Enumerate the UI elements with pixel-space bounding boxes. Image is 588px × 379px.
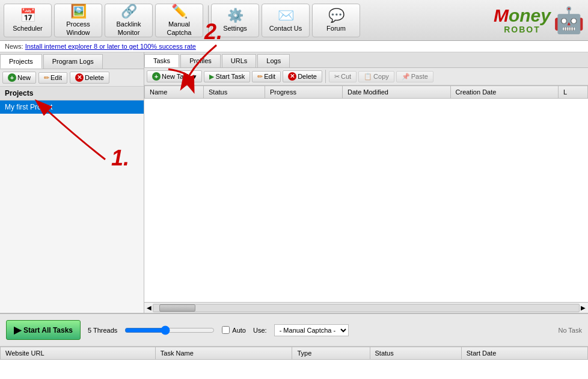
delete-task-button[interactable]: ✕ Delete xyxy=(283,70,322,82)
edit-task-button[interactable]: ✏ Edit xyxy=(252,71,281,82)
col-name: Name xyxy=(145,86,204,99)
tab-urls[interactable]: URLs xyxy=(222,54,257,67)
backlink-monitor-icon: 🔗 xyxy=(121,4,137,19)
project-list: My first Project xyxy=(0,100,144,313)
col-status: Status xyxy=(204,86,265,99)
start-all-tasks-button[interactable]: ▶ Start All Tasks xyxy=(6,320,81,340)
manual-captcha-label: ManualCaptcha xyxy=(167,20,192,36)
new-project-button[interactable]: + New xyxy=(2,72,36,84)
scheduler-label: Scheduler xyxy=(13,25,43,32)
contact-us-label: Contact Us xyxy=(269,25,302,32)
bottom-table: Website URL Task Name Type Status Start … xyxy=(0,347,588,360)
main-area: Projects Program Logs + New ✏ Edit ✕ Del… xyxy=(0,52,588,313)
scheduler-icon: 📅 xyxy=(20,8,36,23)
news-bar: News: Install internet explorer 8 or lat… xyxy=(0,41,588,52)
logo-robot: ROBOT xyxy=(494,25,551,34)
process-window-icon: 🖼️ xyxy=(70,4,87,19)
scroll-left-arrow[interactable]: ◀ xyxy=(145,304,153,311)
new-task-icon: + xyxy=(152,72,161,81)
copy-button[interactable]: 📋 Copy xyxy=(358,71,394,82)
edit-project-button[interactable]: ✏ Edit xyxy=(38,72,67,84)
bottom-table-area[interactable]: Website URL Task Name Type Status Start … xyxy=(0,346,588,379)
bottom-col-website-url: Website URL xyxy=(1,347,156,360)
auto-checkbox-container: Auto xyxy=(222,326,246,334)
paste-icon: 📌 xyxy=(402,73,410,81)
news-prefix: News: xyxy=(5,43,23,50)
threads-slider-container xyxy=(124,325,215,335)
project-toolbar: + New ✏ Edit ✕ Delete xyxy=(0,69,144,87)
threads-slider[interactable] xyxy=(124,325,215,335)
forum-button[interactable]: 💬 Forum xyxy=(312,4,360,37)
delete-task-icon: ✕ xyxy=(288,72,296,81)
task-toolbar: + New Task ▶ Start Task ✏ Edit ✕ Delete xyxy=(144,68,588,85)
contact-us-icon: ✉️ xyxy=(278,8,294,23)
manual-captcha-icon: ✏️ xyxy=(171,4,188,19)
settings-label: Settings xyxy=(223,25,247,32)
use-label: Use: xyxy=(253,327,267,334)
settings-button[interactable]: ⚙️ Settings xyxy=(211,4,259,37)
contact-us-button[interactable]: ✉️ Contact Us xyxy=(262,4,310,37)
scroll-right-arrow[interactable]: ▶ xyxy=(580,304,587,311)
horizontal-scrollbar[interactable] xyxy=(153,304,580,312)
bottom-col-start-date: Start Date xyxy=(461,347,587,360)
paste-button[interactable]: 📌 Paste xyxy=(396,71,433,82)
project-item[interactable]: My first Project xyxy=(0,100,144,114)
no-task-label: No Task xyxy=(558,327,582,334)
logo: Money ROBOT xyxy=(494,7,551,34)
logo-money: Money xyxy=(494,7,551,25)
tab-profiles[interactable]: Profiles xyxy=(180,54,221,67)
bottom-col-status: Status xyxy=(370,347,461,360)
delete-project-button[interactable]: ✕ Delete xyxy=(70,72,109,84)
task-table-container[interactable]: Name Status Progress Date Modified Creat… xyxy=(144,85,588,302)
forum-label: Forum xyxy=(326,25,346,32)
toolbar: 📅 Scheduler 🖼️ ProcessWindow 🔗 BacklinkM… xyxy=(0,0,588,41)
start-all-icon: ▶ xyxy=(14,324,21,336)
edit-task-icon: ✏ xyxy=(257,73,263,81)
right-tab-bar: Tasks Profiles URLs Logs xyxy=(144,52,588,68)
backlink-monitor-button[interactable]: 🔗 BacklinkMonitor xyxy=(105,4,153,37)
start-task-icon: ▶ xyxy=(209,73,214,81)
scrollbar-thumb[interactable] xyxy=(159,304,195,312)
cut-icon: ✂ xyxy=(334,73,340,81)
captcha-select[interactable]: - Manual Captcha - xyxy=(274,324,349,336)
col-creation-date: Creation Date xyxy=(450,86,559,99)
projects-section-label: Projects xyxy=(0,87,144,100)
tab-program-logs[interactable]: Program Logs xyxy=(43,54,103,69)
col-l: L xyxy=(559,86,588,99)
robot-avatar: 🤖 xyxy=(553,5,584,35)
scheduler-button[interactable]: 📅 Scheduler xyxy=(4,4,52,37)
horizontal-scrollbar-area: ◀ ▶ xyxy=(144,302,588,313)
bottom-controls: ▶ Start All Tasks 5 Threads Auto Use: - … xyxy=(0,313,588,346)
task-table: Name Status Progress Date Modified Creat… xyxy=(144,85,588,99)
threads-label: 5 Threads xyxy=(88,327,117,334)
bottom-col-type: Type xyxy=(292,347,370,360)
process-window-label: ProcessWindow xyxy=(66,20,90,36)
settings-icon: ⚙️ xyxy=(227,8,243,23)
tab-projects[interactable]: Projects xyxy=(0,54,42,69)
right-panel: Tasks Profiles URLs Logs + New Task xyxy=(144,52,588,313)
forum-icon: 💬 xyxy=(328,8,345,23)
bottom-col-task-name: Task Name xyxy=(155,347,292,360)
new-task-button[interactable]: + New Task xyxy=(147,70,202,82)
start-task-button[interactable]: ▶ Start Task xyxy=(204,71,250,82)
copy-icon: 📋 xyxy=(364,73,372,81)
left-panel: Projects Program Logs + New ✏ Edit ✕ Del… xyxy=(0,52,144,313)
app-window: 📅 Scheduler 🖼️ ProcessWindow 🔗 BacklinkM… xyxy=(0,0,588,379)
logo-area: Money ROBOT 🤖 xyxy=(494,5,584,35)
auto-checkbox[interactable] xyxy=(222,326,230,334)
process-window-button[interactable]: 🖼️ ProcessWindow xyxy=(54,4,102,37)
col-progress: Progress xyxy=(265,86,342,99)
col-date-modified: Date Modified xyxy=(343,86,451,99)
left-tab-bar: Projects Program Logs xyxy=(0,52,144,69)
cut-button[interactable]: ✂ Cut xyxy=(329,71,357,82)
manual-captcha-button[interactable]: ✏️ ManualCaptcha xyxy=(155,4,203,37)
toolbar-separator xyxy=(325,70,326,83)
edit-icon: ✏ xyxy=(44,74,49,82)
toolbar-divider xyxy=(208,5,209,35)
delete-icon: ✕ xyxy=(75,73,84,82)
tab-logs[interactable]: Logs xyxy=(257,54,290,67)
tab-tasks[interactable]: Tasks xyxy=(144,54,179,67)
news-link[interactable]: Install internet explorer 8 or later to … xyxy=(25,43,196,50)
backlink-monitor-label: BacklinkMonitor xyxy=(117,20,141,36)
new-icon: + xyxy=(8,73,16,82)
